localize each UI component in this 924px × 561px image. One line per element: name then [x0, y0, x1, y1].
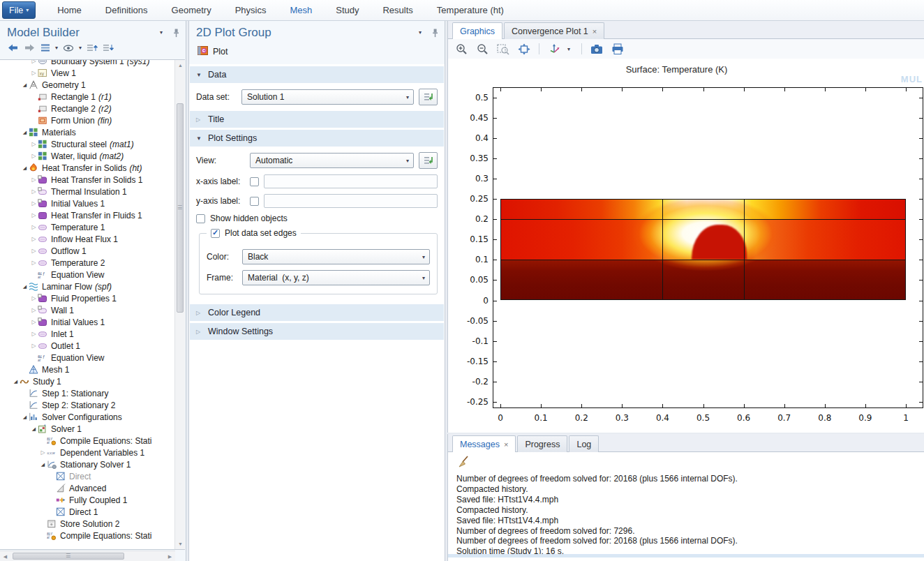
show-hidden-objects-checkbox[interactable] [196, 214, 205, 223]
ribbon-tab-results[interactable]: Results [371, 0, 424, 20]
tree-item-fully-coupled-1[interactable]: Fully Coupled 1 [0, 494, 174, 506]
tree-item-heat-transfer-in-fluids-1[interactable]: ▷Heat Transfer in Fluids 1 [0, 209, 174, 221]
tree-expander-icon[interactable]: ▷ [30, 224, 38, 230]
tree-expander-icon[interactable]: ▷ [39, 449, 47, 456]
section-color-legend[interactable]: ▷ Color Legend [190, 304, 444, 321]
tree-item-study-1[interactable]: ◢Study 1 [0, 375, 174, 387]
ribbon-tab-geometry[interactable]: Geometry [160, 0, 223, 20]
view-select[interactable]: Automatic ▾ [250, 153, 414, 168]
tree-item-advanced[interactable]: Advanced [0, 482, 174, 494]
tree-item-laminar-flow[interactable]: ◢Laminar Flow(spf) [0, 280, 174, 292]
plot-button[interactable]: Plot [189, 42, 445, 63]
tree-expander-icon[interactable]: ▷ [30, 236, 38, 242]
axis-orientation-icon[interactable] [546, 41, 562, 57]
pin-icon[interactable] [431, 28, 439, 38]
y-axis-label-input[interactable] [264, 194, 438, 208]
clear-messages-icon[interactable] [456, 459, 470, 471]
go-to-source-button[interactable] [419, 152, 438, 169]
tree-item-temperature-1[interactable]: ▷Temperature 1 [0, 221, 174, 233]
tree-expander-icon[interactable]: ◢ [21, 130, 29, 135]
tree-item-materials[interactable]: ◢Materials [0, 126, 174, 138]
ribbon-tab-temperature-ht[interactable]: Temperature (ht) [425, 0, 516, 20]
tree-expander-icon[interactable]: ▷ [30, 307, 38, 313]
tree-item-solver-configurations[interactable]: ◢Solver Configurations [0, 411, 174, 423]
ribbon-tab-study[interactable]: Study [324, 0, 371, 20]
tree-expander-icon[interactable]: ◢ [21, 284, 29, 290]
tree-vertical-scrollbar[interactable]: ▲ ☰ ▼ [174, 60, 185, 549]
tree-item-rectangle-2[interactable]: Rectangle 2(r2) [0, 103, 174, 114]
tree-expander-icon[interactable]: ◢ [21, 414, 29, 420]
messages-tab-messages[interactable]: Messages× [452, 435, 516, 452]
section-plot-settings[interactable]: ▼ Plot Settings [190, 130, 444, 147]
tree-expander-icon[interactable]: ▷ [30, 177, 38, 183]
tree-item-step-1-stationary[interactable]: Step 1: Stationary [0, 387, 174, 399]
tree-item-rectangle-1[interactable]: Rectangle 1(r1) [0, 91, 174, 103]
tree-item-thermal-insulation-1[interactable]: ▷Thermal Insulation 1 [0, 186, 174, 197]
tree-item-inflow-heat-flux-1[interactable]: ▷Inflow Heat Flux 1 [0, 233, 174, 245]
go-to-source-button[interactable] [419, 89, 438, 105]
tree-expander-icon[interactable]: ▷ [30, 188, 38, 195]
tree-item-fluid-properties-1[interactable]: ▷Fluid Properties 1 [0, 292, 174, 304]
expand-all-icon[interactable] [87, 43, 98, 52]
plot-data-set-edges-checkbox[interactable] [211, 229, 220, 238]
x-axis-label-input[interactable] [264, 174, 438, 188]
caret-icon[interactable]: ▾ [79, 45, 82, 51]
tree-item-structural-steel[interactable]: ▷Structural steel(mat1) [0, 138, 174, 150]
tree-item-outlet-1[interactable]: ▷Outlet 1 [0, 340, 174, 352]
scroll-left-icon[interactable]: ◀ [0, 551, 10, 561]
graphics-tab-graphics[interactable]: Graphics [452, 22, 502, 39]
nav-back-icon[interactable] [7, 43, 19, 52]
tree-item-step-2-stationary-2[interactable]: Step 2: Stationary 2 [0, 399, 174, 411]
tree-expander-icon[interactable]: ▷ [30, 70, 38, 76]
tree-expander-icon[interactable]: ▷ [30, 59, 38, 64]
tree-expander-icon[interactable]: ▷ [30, 212, 38, 218]
tree-item-geometry-1[interactable]: ◢Geometry 1 [0, 79, 174, 91]
x-axis-label-checkbox[interactable] [250, 177, 259, 186]
section-window-settings[interactable]: ▷ Window Settings [190, 323, 444, 340]
frame-select[interactable]: Material (x, y, z) ▾ [242, 270, 430, 285]
close-tab-icon[interactable]: × [593, 27, 597, 36]
close-tab-icon[interactable]: × [504, 440, 508, 449]
zoom-out-icon[interactable] [475, 41, 490, 57]
tree-expander-icon[interactable]: ◢ [30, 426, 38, 432]
tree-expander-icon[interactable]: ◢ [21, 82, 29, 88]
tree-item-boundary-system-1[interactable]: ▷Boundary System 1(sys1) [0, 59, 174, 67]
tree-item-view-1[interactable]: ▷xyView 1 [0, 67, 174, 79]
tree-item-compile-equations-stati[interactable]: auatfCompile Equations: Stati [0, 435, 174, 447]
tree-expander-icon[interactable]: ▷ [30, 343, 38, 349]
tree-item-wall-1[interactable]: ▷Wall 1 [0, 304, 174, 316]
edge-color-select[interactable]: Black ▾ [242, 249, 430, 264]
nav-forward-icon[interactable] [24, 43, 36, 52]
tree-expander-icon[interactable]: ▷ [30, 260, 38, 266]
tree-item-stationary-solver-1[interactable]: ◢Stationary Solver 1 [0, 458, 174, 470]
ribbon-tab-mesh[interactable]: Mesh [278, 0, 324, 20]
zoom-box-icon[interactable] [495, 41, 511, 57]
zoom-extents-icon[interactable] [516, 41, 532, 57]
ribbon-tab-definitions[interactable]: Definitions [94, 0, 160, 20]
tree-item-solver-1[interactable]: ◢*Solver 1 [0, 423, 174, 435]
tree-item-temperature-2[interactable]: ▷Temperature 2 [0, 257, 174, 269]
tree-item-heat-transfer-in-solids-1[interactable]: ▷Heat Transfer in Solids 1 [0, 174, 174, 186]
tree-item-form-union[interactable]: Form Union(fin) [0, 114, 174, 126]
tree-expander-icon[interactable]: ◢ [12, 379, 20, 384]
tree-item-equation-view[interactable]: auatfEquation View [0, 352, 174, 364]
tree-item-direct-1[interactable]: Direct 1 [0, 506, 174, 518]
tree-item-mesh-1[interactable]: Mesh 1 [0, 364, 174, 375]
graphics-canvas[interactable]: Surface: Temperature (K) MUL 00.10.20.30… [448, 59, 924, 433]
tree-item-initial-values-1[interactable]: ▷Initial Values 1 [0, 197, 174, 209]
y-axis-label-checkbox[interactable] [250, 197, 259, 206]
tree-item-heat-transfer-in-solids[interactable]: ◢Heat Transfer in Solids(ht) [0, 162, 174, 174]
tree-expander-icon[interactable]: ▷ [30, 319, 38, 325]
tree-expander-icon[interactable]: ▷ [30, 200, 38, 207]
caret-icon[interactable]: ▾ [567, 46, 574, 52]
panel-menu-chevron-icon[interactable]: ▾ [419, 29, 426, 36]
section-title[interactable]: ▷ Title [190, 111, 444, 128]
section-data[interactable]: ▼ Data [190, 66, 444, 83]
show-hide-icon[interactable] [63, 44, 74, 52]
scroll-up-icon[interactable]: ▲ [175, 60, 185, 70]
image-snapshot-icon[interactable] [589, 41, 604, 57]
tree-item-store-solution-2[interactable]: Store Solution 2 [0, 518, 174, 530]
ribbon-tab-physics[interactable]: Physics [223, 0, 278, 20]
tree-item-direct[interactable]: Direct [0, 470, 174, 482]
caret-icon[interactable]: ▾ [55, 45, 58, 51]
